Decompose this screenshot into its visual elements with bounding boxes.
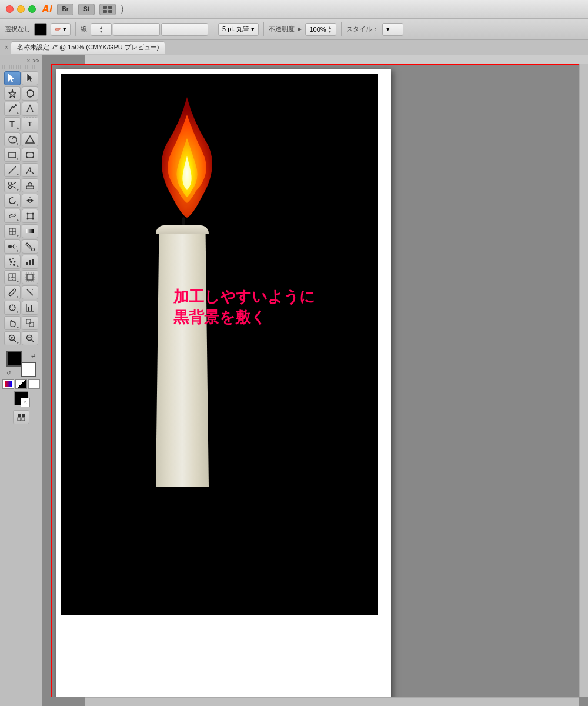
stroke-style-dropdown[interactable] xyxy=(113,23,160,36)
spiral-tool[interactable]: ▸ xyxy=(4,132,21,146)
print-tiling-tool[interactable] xyxy=(22,316,38,330)
swap-colors-icon[interactable]: ⇄ xyxy=(31,352,36,358)
tool-row: ▸ xyxy=(0,102,42,116)
free-transform-tool[interactable] xyxy=(22,209,38,223)
svg-marker-19 xyxy=(26,199,29,202)
foreground-color[interactable] xyxy=(6,351,22,367)
slice-tool[interactable]: ▸ xyxy=(4,270,21,284)
svg-rect-3 xyxy=(108,10,112,13)
close-button[interactable] xyxy=(6,5,14,13)
rounded-rect-tool[interactable] xyxy=(22,148,38,162)
chart-tool[interactable] xyxy=(22,255,38,269)
measure-tool[interactable] xyxy=(22,285,38,299)
svg-line-15 xyxy=(12,186,16,188)
paint-bucket-tool[interactable] xyxy=(22,239,38,254)
divider4 xyxy=(341,22,342,36)
eraser-tool[interactable] xyxy=(22,178,38,192)
art-board-tool[interactable] xyxy=(22,270,38,284)
gradient-tool[interactable] xyxy=(22,224,38,238)
bridge-icon[interactable]: Br xyxy=(57,4,74,15)
scatter-brush-tool[interactable]: ▸ xyxy=(4,255,21,269)
anchor-tool[interactable] xyxy=(22,102,38,116)
color-mode-gradient[interactable] xyxy=(15,379,27,389)
hand-tool[interactable]: ▸ xyxy=(4,316,21,330)
tool-row: ▸ xyxy=(0,331,42,345)
stroke-weight-input[interactable]: ▲▼ xyxy=(91,23,112,36)
blend-tool[interactable]: ▸ xyxy=(4,239,21,254)
svg-rect-67 xyxy=(18,414,21,417)
scrollbar-right[interactable] xyxy=(579,64,588,697)
brush-style-dropdown[interactable]: ✏ ▾ xyxy=(51,23,71,36)
brush-size-dropdown[interactable]: 5 pt. 丸筆 ▾ xyxy=(218,23,259,36)
svg-rect-68 xyxy=(22,414,25,417)
svg-marker-8 xyxy=(26,136,34,143)
tab-close-icon[interactable]: × xyxy=(5,44,8,51)
svg-point-36 xyxy=(10,261,12,263)
expand-icon[interactable]: >> xyxy=(32,58,39,64)
pencil-tool[interactable] xyxy=(22,163,38,177)
mesh-tool[interactable]: ▸ xyxy=(4,224,21,238)
symbol-sprayer-tool[interactable]: ▸ xyxy=(4,301,21,315)
magic-wand-tool[interactable] xyxy=(4,86,21,101)
direct-selection-tool[interactable] xyxy=(22,71,38,85)
svg-point-13 xyxy=(8,186,11,189)
pen-tool[interactable]: ▸ xyxy=(4,102,21,116)
canvas-viewport: 加工しやすいように 黒背景を敷く xyxy=(51,64,579,697)
eyedropper-tool[interactable]: ▸ xyxy=(4,285,21,299)
candle-wick xyxy=(182,217,185,225)
rotate-tool[interactable]: ▸ xyxy=(4,194,21,208)
svg-point-39 xyxy=(13,264,15,266)
type2-tool[interactable]: T xyxy=(22,117,38,131)
stroke-end-dropdown[interactable] xyxy=(161,23,208,36)
lasso-tool[interactable] xyxy=(22,86,38,101)
svg-rect-21 xyxy=(28,214,33,219)
warp-tool[interactable]: ▸ xyxy=(4,209,21,223)
document-page: 加工しやすいように 黒背景を敷く xyxy=(56,69,391,697)
svg-marker-20 xyxy=(31,199,34,202)
reflect-tool[interactable] xyxy=(22,194,38,208)
reset-colors-icon[interactable]: ↺ xyxy=(6,370,11,376)
stock-icon[interactable]: St xyxy=(78,4,95,15)
maximize-button[interactable] xyxy=(28,5,36,13)
tool-row: ▸ xyxy=(0,285,42,299)
document-tab[interactable]: 名称未設定-7* @ 150% (CMYK/GPU プレビュー) xyxy=(11,41,166,54)
minimize-button[interactable] xyxy=(17,5,25,13)
selection-label: 選択なし xyxy=(5,25,31,34)
column-graph-tool[interactable] xyxy=(22,301,38,315)
fill-color-swatch[interactable] xyxy=(34,23,47,36)
color-mode-none[interactable] xyxy=(28,379,40,389)
background-color[interactable] xyxy=(21,362,36,377)
color-mode-solid[interactable] xyxy=(2,379,14,389)
scissors-tool[interactable]: ▸ xyxy=(4,178,21,192)
color-section: ⇄ ↺ xyxy=(0,351,42,389)
selection-tool[interactable] xyxy=(4,71,21,85)
collapse-icon[interactable]: × xyxy=(26,58,30,64)
zoom-out-tool[interactable] xyxy=(22,331,38,345)
fg-warning[interactable]: ⚠ xyxy=(14,391,28,405)
svg-rect-59 xyxy=(29,322,34,327)
style-dropdown[interactable]: ▾ xyxy=(382,23,403,36)
spinner-arrows: ▲▼ xyxy=(99,25,103,34)
zoom-tool[interactable]: ▸ xyxy=(4,331,21,345)
opacity-label: 不透明度 xyxy=(269,25,295,34)
workspace-switcher[interactable] xyxy=(13,410,29,424)
workspace-icon[interactable] xyxy=(99,4,116,15)
opacity-spinner: ▲▼ xyxy=(328,25,332,34)
tool-row: ▸ xyxy=(0,239,42,254)
candle-top xyxy=(156,225,209,234)
svg-rect-70 xyxy=(22,418,25,421)
type-tool[interactable]: T ▸ xyxy=(4,117,21,131)
svg-rect-10 xyxy=(26,152,34,158)
svg-rect-69 xyxy=(18,418,21,421)
svg-rect-58 xyxy=(26,319,31,324)
black-background xyxy=(61,74,378,615)
arrow-icon: ▾ xyxy=(251,25,255,33)
arrow-icon: ⟩ xyxy=(121,4,124,15)
opacity-dropdown[interactable]: 100% ▲▼ xyxy=(305,23,336,36)
svg-marker-17 xyxy=(12,197,14,198)
rectangle-tool[interactable]: ▸ xyxy=(4,148,21,162)
line-tool[interactable]: ▸ xyxy=(4,163,21,177)
scrollbar-bottom[interactable] xyxy=(85,697,579,706)
shape-tool[interactable] xyxy=(22,132,38,146)
svg-marker-6 xyxy=(9,89,16,98)
